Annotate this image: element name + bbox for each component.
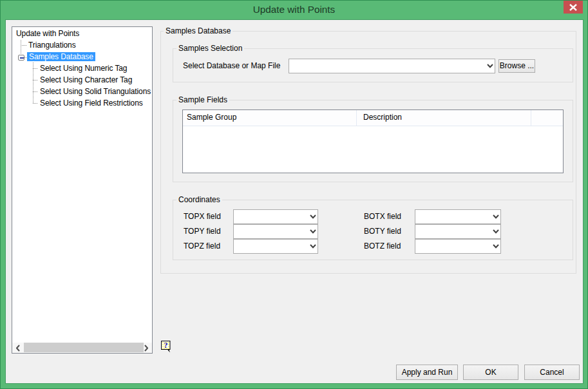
svg-text:?: ? xyxy=(164,341,167,350)
